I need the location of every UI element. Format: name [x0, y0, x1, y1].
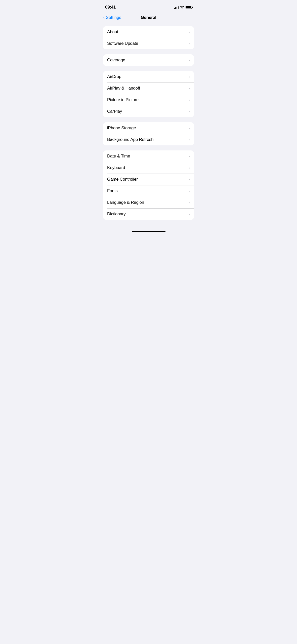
home-indicator: [99, 229, 198, 234]
dictionary-chevron-icon: ›: [189, 212, 190, 216]
settings-row-about[interactable]: About ›: [103, 26, 194, 38]
settings-group-5: Date & Time › Keyboard › Game Controller…: [103, 150, 194, 220]
settings-group-1: About › Software Update ›: [103, 26, 194, 49]
about-chevron-icon: ›: [189, 30, 190, 34]
settings-row-date-time[interactable]: Date & Time ›: [103, 150, 194, 162]
keyboard-chevron-icon: ›: [189, 166, 190, 170]
status-time: 09:41: [105, 5, 116, 10]
picture-in-picture-chevron-icon: ›: [189, 98, 190, 102]
status-bar: 09:41: [99, 0, 198, 13]
back-chevron-icon: ‹: [103, 15, 105, 20]
dictionary-label: Dictionary: [107, 212, 126, 217]
settings-row-coverage[interactable]: Coverage ›: [103, 54, 194, 66]
settings-row-picture-in-picture[interactable]: Picture in Picture ›: [103, 94, 194, 106]
airdrop-label: AirDrop: [107, 74, 121, 79]
iphone-storage-chevron-icon: ›: [189, 126, 190, 130]
battery-icon: [186, 6, 192, 9]
settings-row-background-app-refresh[interactable]: Background App Refresh ›: [103, 134, 194, 145]
background-app-refresh-label: Background App Refresh: [107, 137, 154, 142]
settings-row-language-region[interactable]: Language & Region ›: [103, 197, 194, 208]
nav-header: ‹ Settings General: [99, 13, 198, 24]
status-icons: [174, 6, 192, 9]
language-region-chevron-icon: ›: [189, 200, 190, 205]
settings-group-2: Coverage ›: [103, 54, 194, 66]
settings-group-3: AirDrop › AirPlay & Handoff › Picture in…: [103, 71, 194, 117]
software-update-label: Software Update: [107, 41, 138, 46]
back-button[interactable]: ‹ Settings: [103, 15, 121, 20]
carplay-chevron-icon: ›: [189, 109, 190, 113]
signal-icon: [174, 6, 179, 9]
settings-row-iphone-storage[interactable]: iPhone Storage ›: [103, 122, 194, 134]
settings-row-carplay[interactable]: CarPlay ›: [103, 106, 194, 117]
airplay-handoff-label: AirPlay & Handoff: [107, 86, 140, 91]
about-label: About: [107, 29, 118, 34]
coverage-chevron-icon: ›: [189, 58, 190, 62]
software-update-chevron-icon: ›: [189, 42, 190, 46]
settings-row-keyboard[interactable]: Keyboard ›: [103, 162, 194, 174]
date-time-label: Date & Time: [107, 154, 130, 159]
language-region-label: Language & Region: [107, 200, 144, 205]
home-indicator-bar: [132, 231, 165, 232]
game-controller-chevron-icon: ›: [189, 177, 190, 181]
iphone-storage-label: iPhone Storage: [107, 126, 136, 131]
carplay-label: CarPlay: [107, 109, 122, 114]
date-time-chevron-icon: ›: [189, 154, 190, 158]
picture-in-picture-label: Picture in Picture: [107, 97, 139, 102]
back-label: Settings: [106, 15, 121, 20]
keyboard-label: Keyboard: [107, 165, 125, 170]
settings-row-fonts[interactable]: Fonts ›: [103, 185, 194, 197]
background-app-refresh-chevron-icon: ›: [189, 138, 190, 142]
settings-row-game-controller[interactable]: Game Controller ›: [103, 174, 194, 185]
settings-group-4: iPhone Storage › Background App Refresh …: [103, 122, 194, 145]
wifi-icon: [180, 6, 184, 9]
game-controller-label: Game Controller: [107, 177, 138, 182]
airplay-handoff-chevron-icon: ›: [189, 86, 190, 90]
fonts-chevron-icon: ›: [189, 189, 190, 193]
settings-content: About › Software Update › Coverage › Air…: [99, 24, 198, 227]
settings-row-dictionary[interactable]: Dictionary ›: [103, 208, 194, 220]
settings-row-airdrop[interactable]: AirDrop ›: [103, 71, 194, 83]
settings-row-software-update[interactable]: Software Update ›: [103, 38, 194, 49]
settings-row-airplay-handoff[interactable]: AirPlay & Handoff ›: [103, 83, 194, 94]
coverage-label: Coverage: [107, 58, 125, 63]
fonts-label: Fonts: [107, 188, 118, 193]
page-title: General: [141, 15, 156, 20]
airdrop-chevron-icon: ›: [189, 75, 190, 79]
